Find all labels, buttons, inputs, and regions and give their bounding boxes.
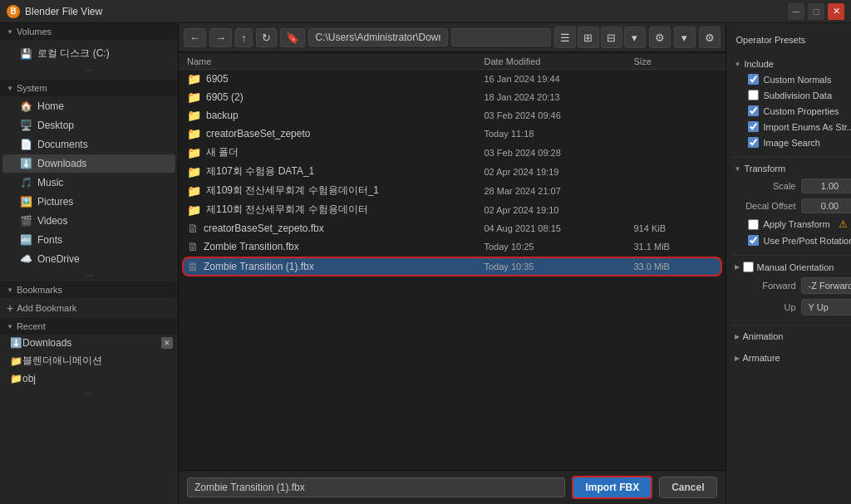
file-list-header: Name Date Modified Size [179, 54, 726, 70]
cancel-button[interactable]: Cancel [659, 477, 716, 498]
use-prepost-checkbox[interactable] [748, 235, 759, 246]
custom-normals-checkbox[interactable] [748, 74, 759, 85]
file-row-110[interactable]: 📁제110회 전산세무회계 수험용데이터 02 Apr 2024 19:10 [179, 200, 726, 219]
recent-label: Recent [17, 321, 46, 331]
manual-orientation-section: ▶ Manual Orientation Forward -Z Forward … [731, 259, 852, 318]
forward-button[interactable]: → [209, 28, 232, 47]
image-search-row[interactable]: Image Search [731, 135, 852, 150]
sidebar-item-fonts[interactable]: 🔤 Fonts [2, 231, 175, 249]
sidebar-item-onedrive[interactable]: ☁️ OneDrive [2, 250, 175, 268]
recent-section-header[interactable]: ▼ Recent [0, 318, 178, 335]
file-row-backup[interactable]: 📁backup 03 Feb 2024 09:46 [179, 106, 726, 125]
subdivision-data-checkbox[interactable] [748, 90, 759, 100]
compact-view-button[interactable]: ⊞ [578, 27, 599, 48]
presets-label: Operator Presets [736, 35, 806, 45]
refresh-button[interactable]: ↻ [256, 28, 277, 47]
file-row-107[interactable]: 📁제107회 수험용 DATA_1 02 Apr 2024 19:19 [179, 162, 726, 181]
grid-view-button[interactable]: ⊟ [601, 27, 622, 48]
sidebar-item-desktop[interactable]: 🖥️ Desktop [2, 116, 175, 135]
file-row-creatorbaseset[interactable]: 📁creatorBaseSet_zepeto Today 11:18 [179, 125, 726, 143]
disk-label: 로컬 디스크 (C:) [37, 46, 110, 61]
import-enums-checkbox[interactable] [748, 121, 759, 132]
animation-header[interactable]: ▶ Animation [731, 329, 852, 344]
onedrive-label: OneDrive [37, 253, 80, 265]
up-button[interactable]: ↑ [235, 28, 253, 47]
add-bookmark-button[interactable]: + Add Bookmark [0, 298, 178, 318]
subdivision-data-label: Subdivision Data [764, 91, 833, 100]
file-name-text: Zombie Transition (1).fbx [204, 261, 314, 272]
transform-header[interactable]: ▼ Transform [731, 161, 852, 176]
sidebar-item-music[interactable]: 🎵 Music [2, 174, 175, 192]
file-name-text: 제107회 수험용 DATA_1 [206, 164, 314, 179]
sidebar-item-documents[interactable]: 📄 Documents [2, 135, 175, 154]
decal-offset-label: Decal Offset [738, 201, 796, 211]
sidebar-item-downloads[interactable]: ⬇️ Downloads [2, 154, 175, 173]
custom-properties-checkbox[interactable] [748, 105, 759, 116]
custom-properties-row[interactable]: Custom Properties [731, 103, 852, 119]
recent-item-obj[interactable]: 📁 obj [0, 370, 178, 387]
manual-orientation-checkbox[interactable] [743, 262, 754, 272]
apply-transform-row[interactable]: Apply Transform ⚠ [731, 216, 852, 232]
file-row-109[interactable]: 📁제109회 전산세무회계 수험용데이터_1 28 Mar 2024 21:07 [179, 181, 726, 200]
decal-offset-row: Decal Offset [731, 196, 852, 216]
refresh-icon: ↻ [262, 32, 271, 44]
filename-input[interactable] [187, 477, 565, 497]
recent-downloads-close[interactable]: ✕ [161, 337, 173, 349]
file-row-zepeto-fbx[interactable]: 🗎creatorBaseSet_zepeto.fbx 04 Aug 2021 0… [179, 219, 726, 237]
recent-item-animation[interactable]: 📁 블렌더애니메이션 [0, 351, 178, 370]
file-date: Today 10:35 [485, 262, 634, 272]
search-input[interactable] [451, 28, 551, 46]
list-view-button[interactable]: ☰ [554, 27, 576, 48]
use-prepost-row[interactable]: Use Pre/Post Rotation [731, 232, 852, 248]
minimize-button[interactable]: ─ [788, 3, 804, 20]
file-row-6905-2[interactable]: 📁6905 (2) 18 Jan 2024 20:13 [179, 88, 726, 106]
custom-normals-row[interactable]: Custom Normals [731, 71, 852, 87]
recent-item-downloads[interactable]: ⬇️ Downloads ✕ [0, 335, 178, 351]
filter-button[interactable]: ⚙ [649, 27, 671, 48]
back-button[interactable]: ← [184, 28, 206, 47]
sidebar-item-local-disk[interactable]: 💾 로컬 디스크 (C:) [2, 44, 175, 63]
decal-offset-input[interactable] [801, 198, 852, 213]
bookmarks-section-header[interactable]: ▼ Bookmarks [0, 281, 178, 298]
file-name-text: 제109회 전산세무회계 수험용데이터_1 [206, 183, 379, 198]
path-input[interactable] [308, 28, 448, 46]
scale-input[interactable] [801, 179, 852, 193]
folder-icon: 📁 [187, 109, 201, 122]
image-search-checkbox[interactable] [748, 137, 759, 148]
up-select[interactable]: Y Up [801, 299, 852, 316]
view-mode-controls: ☰ ⊞ ⊟ ▾ [554, 27, 646, 48]
sidebar: ▼ Volumes 💾 로컬 디스크 (C:) ··· ▼ System 🏠 H… [0, 23, 179, 504]
manual-orientation-header[interactable]: ▶ Manual Orientation [731, 259, 852, 275]
volumes-list: 💾 로컬 디스크 (C:) ··· [0, 40, 178, 80]
divider-2 [731, 255, 852, 256]
sidebar-item-home[interactable]: 🏠 Home [2, 97, 175, 115]
subdivision-data-row[interactable]: Subdivision Data [731, 87, 852, 103]
back-icon: ← [189, 32, 200, 44]
file-row-newfolder[interactable]: 📁새 폴더 03 Feb 2024 09:28 [179, 143, 726, 162]
file-row-6905[interactable]: 📁6905 16 Jan 2024 19:44 [179, 70, 726, 88]
import-enums-row[interactable]: Import Enums As Str... [731, 119, 852, 135]
armature-header[interactable]: ▶ Armature [731, 350, 852, 365]
filter-dropdown-button[interactable]: ▾ [674, 27, 696, 48]
animation-label: Animation [743, 331, 784, 341]
music-icon: 🎵 [19, 176, 32, 189]
file-row-zombie-1-fbx[interactable]: 🗎Zombie Transition (1).fbx Today 10:35 3… [182, 257, 722, 276]
apply-transform-checkbox[interactable] [748, 219, 759, 230]
sidebar-item-videos[interactable]: 🎬 Videos [2, 212, 175, 230]
volumes-section-header[interactable]: ▼ Volumes [0, 23, 178, 40]
include-header[interactable]: ▼ Include [731, 56, 852, 71]
close-button[interactable]: ✕ [828, 3, 844, 20]
maximize-button[interactable]: □ [808, 3, 824, 20]
system-section-header[interactable]: ▼ System [0, 80, 178, 96]
bookmark-button[interactable]: 🔖 [280, 28, 305, 47]
import-fbx-button[interactable]: Import FBX [572, 476, 652, 499]
desktop-icon: 🖥️ [19, 119, 32, 132]
file-date: 03 Feb 2024 09:28 [485, 148, 634, 158]
file-name-text: 6905 [206, 73, 229, 85]
manual-orientation-label: Manual Orientation [757, 262, 834, 272]
forward-select[interactable]: -Z Forward [801, 277, 852, 294]
settings-button[interactable]: ⚙ [699, 27, 721, 48]
view-dropdown-button[interactable]: ▾ [624, 27, 646, 48]
file-row-zombie-fbx[interactable]: 🗎Zombie Transition.fbx Today 10:25 31.1 … [179, 237, 726, 256]
sidebar-item-pictures[interactable]: 🖼️ Pictures [2, 193, 175, 211]
